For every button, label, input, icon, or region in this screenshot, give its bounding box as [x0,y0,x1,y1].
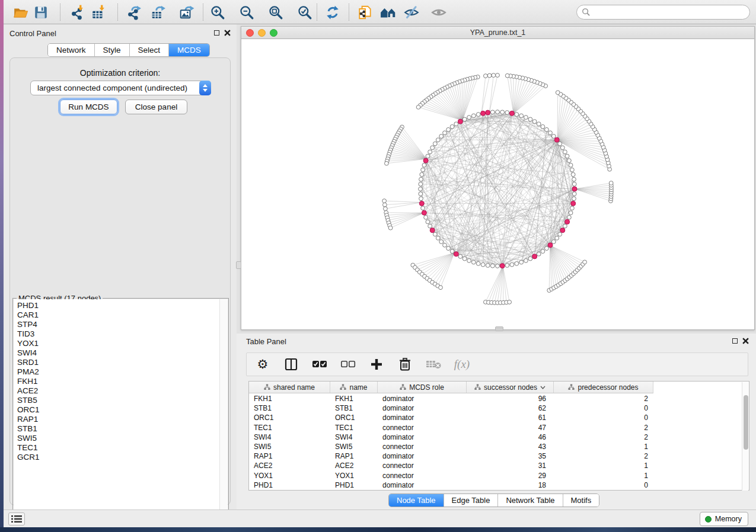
table-scrollbar[interactable] [742,382,748,491]
deselect-all-icon[interactable] [340,357,356,372]
table-scrollbar-thumb[interactable] [744,395,748,450]
mcds-result-item[interactable]: SWI5 [17,434,219,443]
tab-style[interactable]: Style [94,44,129,56]
table-cell: ACE2 [330,462,378,470]
home-views-icon[interactable] [380,4,397,21]
task-history-button[interactable] [8,512,25,525]
zoom-selected-icon[interactable] [296,4,313,21]
open-folder-icon[interactable] [12,4,29,21]
mcds-result-item[interactable]: FKH1 [17,377,219,386]
tab-select[interactable]: Select [129,44,169,56]
table-cell: 35 [467,452,554,460]
select-all-icon[interactable] [312,357,327,372]
table-row[interactable]: STB1STB1dominator620 [249,403,653,413]
network-window-titlebar[interactable]: YPA_prune.txt_1 [241,27,754,39]
add-row-icon[interactable] [369,357,384,372]
tree-icon [264,384,270,390]
table-cell: 47 [467,424,554,432]
node-table[interactable]: shared namenameMCDS rolesuccessor nodesp… [248,381,749,491]
mcds-result-item[interactable]: TEC1 [17,443,219,453]
table-cell: 1 [554,472,653,480]
table-row[interactable]: PHD1PHD1dominator180 [249,480,653,490]
table-row[interactable]: ORC1ORC1dominator610 [249,413,653,422]
mcds-result-item[interactable]: PHD1 [17,301,219,310]
mcds-result-item[interactable]: YOX1 [17,339,219,348]
export-network-icon[interactable] [126,4,142,21]
table-cell: dominator [378,395,467,403]
node-table-rows: FKH1FKH1dominator962STB1STB1dominator620… [249,394,653,490]
table-row[interactable]: RAP1RAP1dominator352 [249,451,653,461]
column-header-successor-nodes[interactable]: successor nodes [467,382,554,393]
mcds-result-item[interactable]: ORC1 [17,405,219,415]
mcds-result-item[interactable]: PMA2 [17,367,219,377]
horizontal-splitter-handle[interactable] [495,326,503,331]
mcds-result-item[interactable]: TID3 [17,329,219,339]
zoom-out-icon[interactable] [238,4,255,21]
save-icon[interactable] [33,4,49,21]
settings-gear-icon[interactable]: ⚙ [255,357,270,372]
column-header-shared-name[interactable]: shared name [249,382,330,393]
vertical-splitter-handle[interactable] [236,261,241,269]
tab-network[interactable]: Network [48,44,94,56]
column-header-name[interactable]: name [330,382,378,393]
tree-icon [568,384,575,390]
close-icon[interactable] [742,338,749,344]
table-tab-node-table[interactable]: Node Table [389,494,444,507]
close-icon[interactable] [224,30,231,36]
mcds-result-item[interactable]: RAP1 [17,415,219,424]
show-all-eye-icon [430,4,447,21]
table-cell: 2 [554,452,653,460]
table-row[interactable]: SWI4SWI4dominator462 [249,432,653,442]
table-tab-network-table[interactable]: Network Table [497,494,562,507]
close-panel-button[interactable]: Close panel [125,100,187,114]
table-cell: 62 [467,404,554,412]
table-cell: 96 [467,395,554,403]
column-header-MCDS-role[interactable]: MCDS role [378,382,467,393]
tab-mcds[interactable]: MCDS [168,44,209,56]
float-window-icon[interactable] [732,338,738,344]
table-cell: connector [378,424,467,432]
mcds-result-item[interactable]: SRD1 [17,358,219,367]
memory-button[interactable]: Memory [700,512,748,526]
mcds-result-item[interactable]: STB1 [17,424,219,434]
mcds-result-item[interactable]: STB5 [17,396,219,405]
mcds-list-scrollbar[interactable] [219,299,228,514]
float-window-icon[interactable] [214,30,219,36]
network-view-window: YPA_prune.txt_1 [241,26,755,330]
import-table-icon[interactable] [90,4,107,21]
mcds-result-item[interactable]: STP4 [17,320,219,329]
table-tab-edge-table[interactable]: Edge Table [444,494,498,507]
table-cell: dominator [378,452,467,460]
export-image-icon[interactable] [178,4,195,21]
hide-selected-eye-slash-icon[interactable] [403,4,420,21]
search-icon [582,8,591,17]
toolbar-separator [117,4,118,21]
column-header-predecessor-nodes[interactable]: predecessor nodes [554,382,653,393]
mcds-result-item[interactable]: GCR1 [17,453,219,462]
zoom-fit-icon[interactable] [267,4,284,21]
mcds-result-list[interactable]: PHD1CAR1STP4TID3YOX1SWI4SRD1PMA2FKH1ACE2… [14,299,219,514]
delete-rows-trash-icon[interactable] [397,357,413,372]
tree-icon [340,384,346,390]
control-panel: Control Panel NetworkStyleSelectMCDS Opt… [4,24,237,509]
criterion-dropdown[interactable]: largest connected component (undirected) [30,81,211,95]
mcds-result-item[interactable]: ACE2 [17,386,219,396]
table-row[interactable]: YOX1YOX1connector291 [249,471,653,480]
mcds-result-item[interactable]: CAR1 [17,310,219,320]
table-row[interactable]: TEC1TEC1connector472 [249,423,653,432]
columns-icon[interactable] [283,357,299,372]
network-from-selection-icon[interactable] [357,4,374,21]
table-row[interactable]: FKH1FKH1dominator962 [249,394,653,403]
search-input[interactable] [576,5,750,20]
run-mcds-button[interactable]: Run MCDS [60,100,117,114]
refresh-icon[interactable] [324,4,341,21]
export-table-icon[interactable] [150,4,167,21]
table-row[interactable]: ACE2ACE2connector311 [249,461,653,470]
import-network-icon[interactable] [69,4,85,21]
network-canvas[interactable] [241,39,754,329]
mcds-result-item[interactable]: SWI4 [17,348,219,358]
zoom-in-icon[interactable] [209,4,226,21]
table-tab-motifs[interactable]: Motifs [563,494,599,507]
table-row[interactable]: SWI5SWI5connector431 [249,442,653,451]
memory-status-icon [705,516,712,523]
